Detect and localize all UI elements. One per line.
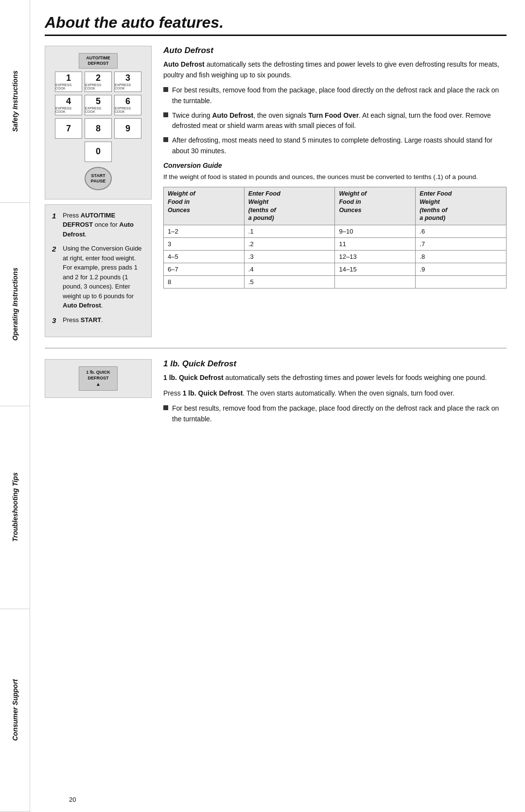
key-7[interactable]: 7	[55, 118, 82, 139]
main-content: About the auto features. AUTO/TIME DEFRO…	[30, 0, 525, 812]
section-divider	[45, 348, 507, 348]
table-row: 6–7 .4 14–15 .9	[164, 263, 507, 276]
key-8[interactable]: 8	[85, 118, 112, 139]
bullet-1-text: For best results, remove food from the p…	[172, 85, 507, 106]
cell-4-4: .9	[416, 263, 507, 276]
bullet-icon-2	[163, 112, 168, 117]
step-2-number: 2	[52, 244, 60, 310]
sidebar-label-safety: Safety Instructions	[11, 71, 19, 132]
cell-5-4	[416, 276, 507, 289]
quick-defrost-intro: 1 lb. Quick Defrost automatically sets t…	[163, 373, 507, 383]
cell-2-4: .7	[416, 238, 507, 251]
step-1-number: 1	[52, 211, 60, 239]
bullet-icon-3	[163, 137, 168, 142]
quick-defrost-label-line1: 1 lb. QUICK	[84, 370, 112, 376]
auto-defrost-title: Auto Defrost	[163, 46, 507, 55]
quick-defrost-content: 1 lb. Quick Defrost 1 lb. Quick Defrost …	[163, 359, 507, 430]
table-row: 1–2 .1 9–10 .6	[164, 225, 507, 238]
cell-5-1: 8	[164, 276, 245, 289]
conversion-table: Weight ofFood inOunces Enter FoodWeight(…	[163, 187, 507, 289]
conversion-guide-intro: If the weight of food is stated in pound…	[163, 172, 507, 182]
cell-1-1: 1–2	[164, 225, 245, 238]
bullet-3-text: After defrosting, most meats need to sta…	[172, 135, 507, 156]
bullet-1: For best results, remove food from the p…	[163, 85, 507, 106]
auto-defrost-content: Auto Defrost Auto Defrost automatically …	[163, 46, 507, 337]
keypad-row-2: 4 EXPRESS COOK 5 EXPRESS COOK 6 EXPRESS …	[55, 95, 141, 115]
sidebar-label-troubleshooting: Troubleshooting Tips	[11, 472, 19, 542]
cell-1-2: .1	[244, 225, 335, 238]
quick-defrost-button[interactable]: 1 lb. QUICK DEFROST ▲	[79, 366, 118, 391]
quick-bullet-1: For best results, remove food from the p…	[163, 403, 507, 424]
bullet-2: Twice during Auto Defrost, the oven sign…	[163, 110, 507, 131]
cell-4-2: .4	[244, 263, 335, 276]
top-section: AUTO/TIME DEFROST 1 EXPRESS COOK 2 EXPRE…	[45, 46, 507, 337]
cell-3-2: .3	[244, 251, 335, 263]
sidebar: Safety Instructions Operating Instructio…	[0, 0, 30, 812]
auto-defrost-intro: Auto Defrost automatically sets the defr…	[163, 59, 507, 80]
table-row: 3 .2 11 .7	[164, 238, 507, 251]
step-3-number: 3	[52, 315, 60, 326]
table-row: 4–5 .3 12–13 .8	[164, 251, 507, 263]
key-0[interactable]: 0	[85, 142, 112, 162]
step-1-text: Press AUTO/TIME DEFROST once for Auto De…	[63, 211, 144, 239]
key-6[interactable]: 6 EXPRESS COOK	[114, 95, 141, 115]
quick-defrost-section: 1 lb. QUICK DEFROST ▲ 1 lb. Quick Defros…	[45, 359, 507, 430]
key-3[interactable]: 3 EXPRESS COOK	[114, 72, 141, 92]
cell-3-3: 12–13	[335, 251, 416, 263]
step-3: 3 Press START.	[52, 315, 144, 326]
cell-2-3: 11	[335, 238, 416, 251]
step-1: 1 Press AUTO/TIME DEFROST once for Auto …	[52, 211, 144, 239]
col-header-3: Weight ofFood inOunces	[335, 187, 416, 225]
step-3-text: Press START.	[63, 315, 103, 326]
cell-1-3: 9–10	[335, 225, 416, 238]
step-2-text: Using the Conversion Guide at right, ent…	[63, 244, 144, 310]
key-2[interactable]: 2 EXPRESS COOK	[85, 72, 112, 92]
conversion-guide-title: Conversion Guide	[163, 162, 507, 169]
col-header-4: Enter FoodWeight(tenths ofa pound)	[416, 187, 507, 225]
key-5[interactable]: 5 EXPRESS COOK	[85, 95, 112, 115]
table-row: 8 .5	[164, 276, 507, 289]
sidebar-consumer: Consumer Support	[0, 609, 30, 812]
sidebar-operating: Operating Instructions	[0, 203, 30, 406]
key-1[interactable]: 1 EXPRESS COOK	[55, 72, 82, 92]
quick-defrost-panel: 1 lb. QUICK DEFROST ▲	[45, 359, 152, 430]
quick-defrost-body: Press 1 lb. Quick Defrost. The oven star…	[163, 388, 507, 399]
cell-4-1: 6–7	[164, 263, 245, 276]
keypad-row-1: 1 EXPRESS COOK 2 EXPRESS COOK 3 EXPRESS …	[55, 72, 141, 92]
start-pause-button[interactable]: START PAUSE	[85, 167, 112, 190]
quick-defrost-box: 1 lb. QUICK DEFROST ▲	[45, 359, 152, 398]
quick-defrost-title: 1 lb. Quick Defrost	[163, 359, 507, 369]
bullet-icon-1	[163, 87, 168, 92]
key-4[interactable]: 4 EXPRESS COOK	[55, 95, 82, 115]
steps-panel: 1 Press AUTO/TIME DEFROST once for Auto …	[45, 204, 152, 338]
quick-defrost-label-line2: DEFROST	[84, 376, 112, 381]
conversion-guide: Conversion Guide If the weight of food i…	[163, 162, 507, 289]
sidebar-troubleshooting: Troubleshooting Tips	[0, 406, 30, 609]
quick-bullet-1-text: For best results, remove food from the p…	[172, 403, 507, 424]
sidebar-safety: Safety Instructions	[0, 0, 30, 203]
keypad-row-3: 7 8 9	[55, 118, 141, 139]
cell-5-2: .5	[244, 276, 335, 289]
cell-2-2: .2	[244, 238, 335, 251]
bullet-3: After defrosting, most meats need to sta…	[163, 135, 507, 156]
cell-3-1: 4–5	[164, 251, 245, 263]
sidebar-label-operating: Operating Instructions	[11, 268, 19, 341]
cell-2-1: 3	[164, 238, 245, 251]
auto-defrost-bullets: For best results, remove food from the p…	[163, 85, 507, 156]
auto-time-defrost-label-line1: AUTO/TIME	[83, 55, 113, 61]
cell-4-3: 14–15	[335, 263, 416, 276]
quick-defrost-bullets: For best results, remove food from the p…	[163, 403, 507, 424]
keypad-panel: AUTO/TIME DEFROST 1 EXPRESS COOK 2 EXPRE…	[45, 46, 152, 337]
cell-5-3	[335, 276, 416, 289]
cell-3-4: .8	[416, 251, 507, 263]
bullet-2-text: Twice during Auto Defrost, the oven sign…	[172, 110, 507, 131]
col-header-2: Enter FoodWeight(tenths ofa pound)	[244, 187, 335, 225]
page-title: About the auto features.	[45, 14, 507, 36]
step-2: 2 Using the Conversion Guide at right, e…	[52, 244, 144, 310]
keypad-box: AUTO/TIME DEFROST 1 EXPRESS COOK 2 EXPRE…	[45, 46, 152, 199]
auto-time-defrost-label-line2: DEFROST	[83, 61, 113, 66]
page-number: 20	[69, 796, 76, 803]
auto-time-defrost-button[interactable]: AUTO/TIME DEFROST	[79, 53, 118, 69]
sidebar-label-consumer: Consumer Support	[11, 679, 19, 741]
key-9[interactable]: 9	[114, 118, 141, 139]
